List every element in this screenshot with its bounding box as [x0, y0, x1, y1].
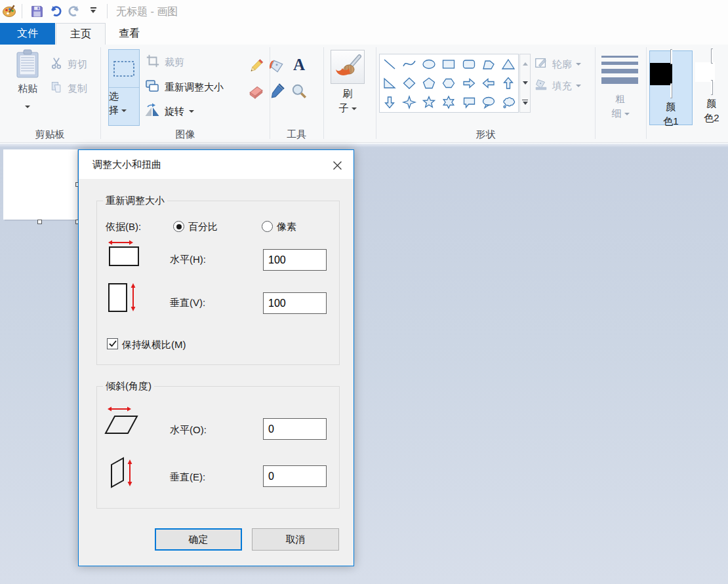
- resize-icon: [144, 78, 160, 96]
- shape-rounded-rectangle-icon[interactable]: [459, 54, 479, 73]
- shape-star-6-icon[interactable]: [439, 93, 458, 112]
- outline-button[interactable]: 轮廓: [534, 56, 581, 73]
- shape-arrow-up-icon[interactable]: [498, 73, 518, 92]
- paste-label: 粘贴: [9, 83, 46, 95]
- skew-horizontal-icon: [104, 404, 141, 440]
- text-tool-icon[interactable]: A: [291, 56, 308, 73]
- tab-file[interactable]: 文件: [0, 23, 55, 45]
- skew-vertical-input[interactable]: [263, 465, 327, 487]
- shape-arrow-down-icon[interactable]: [380, 93, 399, 112]
- shape-arrow-right-icon[interactable]: [459, 73, 479, 92]
- brush-label-1: 刷: [330, 87, 365, 101]
- shape-triangle-icon[interactable]: [498, 54, 518, 73]
- shapes-more-icon[interactable]: [520, 92, 530, 111]
- fill-dropdown-icon: [576, 85, 581, 87]
- image-group-label: 图像: [101, 128, 270, 142]
- resize-horizontal-label: 水平(H):: [170, 254, 206, 266]
- shape-star-4-icon[interactable]: [399, 93, 419, 112]
- tab-view[interactable]: 查看: [106, 23, 152, 45]
- resize-horizontal-input[interactable]: [263, 249, 327, 271]
- rotate-button[interactable]: 旋转: [144, 102, 194, 121]
- skew-horizontal-label: 水平(O):: [170, 424, 207, 437]
- shape-ellipse-icon[interactable]: [419, 54, 439, 73]
- outline-dropdown-icon: [576, 63, 581, 66]
- paint-window: 无标题 - 画图 文件 主页 查看 粘贴: [0, 0, 728, 584]
- dialog-title: 调整大小和扭曲: [92, 159, 161, 171]
- cancel-button[interactable]: 取消: [252, 528, 339, 551]
- percent-radio[interactable]: [173, 221, 184, 232]
- crop-button[interactable]: 裁剪: [146, 54, 184, 71]
- shape-curve-icon[interactable]: [399, 54, 419, 73]
- skew-horizontal-input[interactable]: [263, 418, 327, 440]
- pixels-radio-label[interactable]: 像素: [277, 221, 296, 233]
- tools-group-label: 工具: [270, 128, 323, 142]
- eraser-tool-icon[interactable]: [247, 83, 264, 100]
- color1-button[interactable]: 颜 色1: [649, 50, 693, 125]
- outline-label: 轮廓: [552, 58, 572, 71]
- resize-vertical-input[interactable]: [263, 292, 327, 314]
- rotate-icon: [144, 102, 160, 121]
- copy-label: 复制: [68, 83, 87, 95]
- group-separator: [100, 47, 101, 139]
- drawing-canvas[interactable]: [3, 149, 77, 220]
- qat-separator: [22, 4, 22, 18]
- shape-right-triangle-icon[interactable]: [380, 73, 399, 92]
- fill-label: 填充: [552, 80, 572, 92]
- close-icon[interactable]: [330, 158, 344, 172]
- shape-callout-oval-icon[interactable]: [479, 93, 498, 112]
- shapes-scroll-up-icon[interactable]: [520, 54, 530, 73]
- magnifier-tool-icon[interactable]: [291, 83, 308, 100]
- shape-polygon-icon[interactable]: [479, 54, 498, 73]
- shape-hexagon-icon[interactable]: [439, 73, 458, 92]
- aspect-ratio-checkbox[interactable]: [107, 338, 118, 349]
- shape-arrow-left-icon[interactable]: [479, 73, 498, 92]
- fill-button[interactable]: 填充: [534, 77, 581, 94]
- aspect-ratio-label[interactable]: 保持纵横比(M): [122, 339, 186, 351]
- fill-tool-icon[interactable]: [268, 58, 285, 75]
- select-label-2: 择: [109, 104, 119, 115]
- shape-line-icon[interactable]: [380, 54, 399, 73]
- color2-label-1: 颜: [695, 96, 728, 111]
- paste-button[interactable]: 粘贴: [9, 49, 46, 125]
- eyedropper-tool-icon[interactable]: [268, 83, 285, 100]
- shape-star-5-icon[interactable]: [419, 93, 439, 112]
- resize-button[interactable]: 重新调整大小: [144, 78, 224, 96]
- rotate-label: 旋转: [165, 106, 184, 118]
- paint-logo-icon: [2, 3, 18, 19]
- crop-label: 裁剪: [165, 56, 184, 69]
- canvas-resize-handle-bottom[interactable]: [37, 220, 42, 224]
- qat-customize-icon[interactable]: [89, 7, 98, 15]
- shape-callout-rectangle-icon[interactable]: [459, 93, 479, 112]
- select-button[interactable]: 选 择: [108, 49, 140, 126]
- size-label-2: 细: [611, 107, 621, 119]
- shape-rectangle-icon[interactable]: [439, 54, 458, 73]
- redo-icon[interactable]: [66, 3, 82, 19]
- color2-button[interactable]: 颜 色2: [695, 50, 728, 125]
- color1-label-1: 颜: [650, 100, 692, 114]
- pixels-radio[interactable]: [262, 221, 273, 232]
- save-icon[interactable]: [29, 3, 45, 19]
- size-icon[interactable]: [601, 56, 638, 88]
- cut-button[interactable]: 剪切: [50, 56, 87, 72]
- percent-radio-label[interactable]: 百分比: [188, 221, 218, 233]
- shapes-scroll-down-icon[interactable]: [520, 73, 530, 92]
- shape-pentagon-icon[interactable]: [419, 73, 439, 92]
- pencil-tool-icon[interactable]: [247, 58, 264, 75]
- tab-home[interactable]: 主页: [56, 23, 106, 45]
- clipboard-group-label: 剪贴板: [0, 128, 100, 142]
- shape-diamond-icon[interactable]: [399, 73, 419, 92]
- skew-legend: 倾斜(角度): [103, 380, 154, 393]
- title-bar: 无标题 - 画图: [0, 0, 728, 23]
- ok-button[interactable]: 确定: [155, 528, 242, 551]
- copy-button[interactable]: 复制: [50, 81, 87, 96]
- size-dropdown-icon: [624, 113, 630, 115]
- select-dropdown-icon: [121, 109, 127, 112]
- brush-button[interactable]: 刷 子: [330, 50, 365, 122]
- undo-icon[interactable]: [48, 3, 64, 19]
- by-label: 依据(B):: [106, 221, 141, 233]
- fill-icon: [534, 77, 548, 94]
- size-button[interactable]: 粗 细: [596, 92, 645, 121]
- title-separator: [107, 4, 108, 18]
- shape-callout-cloud-icon[interactable]: [498, 93, 518, 112]
- ribbon-tab-row: 文件 主页 查看: [0, 23, 728, 45]
